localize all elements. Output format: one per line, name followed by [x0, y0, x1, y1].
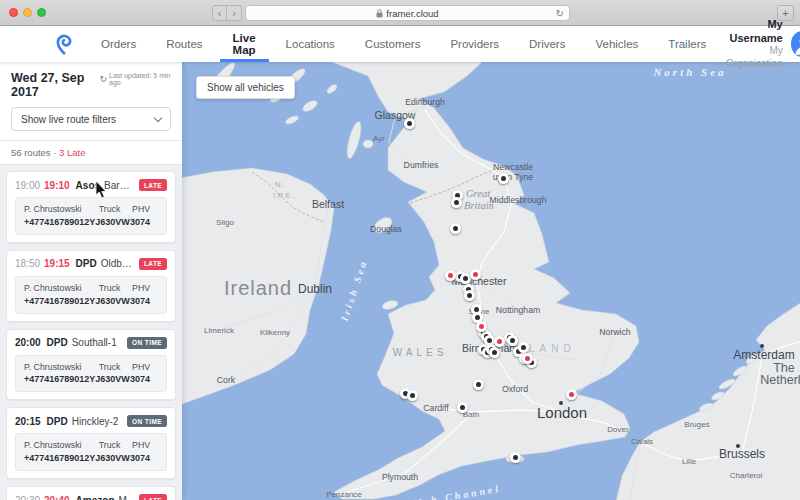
- map-label: Lille: [682, 457, 696, 466]
- vehicle-marker[interactable]: [510, 452, 521, 463]
- tab-vehicles[interactable]: Vehicles: [580, 26, 653, 62]
- vehicle-marker[interactable]: [407, 390, 418, 401]
- route-card-header: 19:00 19:10 Asos Barnsley-1 LATE: [15, 179, 167, 191]
- vehicle-marker-late[interactable]: [566, 389, 577, 400]
- map-label: London: [537, 404, 587, 421]
- vehicle-marker-late[interactable]: [494, 336, 505, 347]
- show-all-vehicles-button[interactable]: Show all vehicles: [196, 76, 295, 99]
- route-card[interactable]: 20:00 DPD Southall-1 ON TIME P. Chrustow…: [6, 329, 176, 401]
- app-logo-icon[interactable]: [54, 33, 76, 55]
- driver-phone: +477416789012: [24, 216, 89, 229]
- avatar[interactable]: [791, 31, 800, 57]
- map-label: Edinburgh: [405, 97, 445, 107]
- address-bar[interactable]: framer.cloud ↻: [245, 5, 570, 21]
- vehicle-marker[interactable]: [464, 290, 475, 301]
- tab-routes[interactable]: Routes: [151, 26, 217, 62]
- route-filters-dropdown[interactable]: Show live route filters: [11, 107, 171, 131]
- map-label: Bruges: [684, 420, 709, 429]
- user-menu[interactable]: My Username My Organisation: [721, 18, 800, 71]
- reload-icon[interactable]: ↻: [556, 8, 564, 19]
- app-navbar: OrdersRoutesLive MapLocationsCustomersPr…: [0, 26, 800, 62]
- route-card[interactable]: 20:30 20:40 Amazon Milton Keyn… LATE P. …: [6, 486, 176, 500]
- vehicle-marker[interactable]: [451, 197, 462, 208]
- vehicle-type-label: Truck: [89, 203, 130, 216]
- status-badge: ON TIME: [127, 415, 167, 427]
- close-window-button[interactable]: [9, 8, 18, 17]
- map-label: IRE.: [273, 191, 297, 200]
- minimize-window-button[interactable]: [23, 8, 32, 17]
- mouse-cursor: [95, 181, 107, 199]
- route-name: Oldbury-1: [101, 258, 135, 269]
- vehicle-marker[interactable]: [460, 273, 471, 284]
- tab-locations[interactable]: Locations: [271, 26, 350, 62]
- vehicle-marker[interactable]: [450, 223, 461, 234]
- map-label: Netherlands: [760, 373, 800, 387]
- driver-name: P. Chrustowski: [24, 203, 89, 216]
- route-card[interactable]: 18:50 19:15 DPD Oldbury-1 LATE P. Chrust…: [6, 250, 176, 322]
- tab-customers[interactable]: Customers: [350, 26, 436, 62]
- scheduled-time: 18:50: [15, 258, 40, 269]
- vehicle-marker[interactable]: [498, 173, 509, 184]
- tab-live-map[interactable]: Live Map: [218, 26, 271, 62]
- scheduled-time: 19:00: [15, 180, 40, 191]
- vehicle-marker[interactable]: [473, 379, 484, 390]
- map-label: Ireland: [224, 277, 292, 300]
- live-map[interactable]: Show all vehicles North SeaIrish SeaEngl…: [182, 62, 800, 500]
- map-label: Belfast: [312, 198, 344, 210]
- vehicle-marker[interactable]: [489, 347, 500, 358]
- tab-trailers[interactable]: Trailers: [653, 26, 721, 62]
- vehicle-marker-late[interactable]: [470, 269, 481, 280]
- driver-info-box: P. Chrustowski +477416789012 Truck YJ630…: [15, 433, 167, 471]
- tab-orders[interactable]: Orders: [86, 26, 151, 62]
- refresh-icon[interactable]: ↻: [99, 74, 107, 84]
- status-badge: LATE: [139, 258, 167, 270]
- route-card[interactable]: 20:15 DPD Hinckley-2 ON TIME P. Chrustow…: [6, 407, 176, 479]
- back-button[interactable]: ‹: [212, 5, 227, 21]
- map-label: Ayr: [373, 134, 385, 143]
- vehicle-marker-late[interactable]: [476, 321, 487, 332]
- forward-button[interactable]: ›: [227, 5, 242, 21]
- browser-chrome: ‹ › framer.cloud ↻ +: [0, 0, 800, 26]
- vehicle-marker-late[interactable]: [445, 270, 456, 281]
- trailer-label: PHV: [130, 282, 150, 295]
- vehicle-marker-late[interactable]: [522, 353, 533, 364]
- vehicle-type-label: Truck: [89, 282, 130, 295]
- vehicle-marker[interactable]: [457, 402, 468, 413]
- last-updated-text: Last updated: 5 min ago: [109, 72, 171, 86]
- route-card-header: 20:15 DPD Hinckley-2 ON TIME: [15, 415, 167, 427]
- route-name: Southall-1: [72, 337, 117, 348]
- trailer-id: 3074: [130, 295, 150, 308]
- vehicle-marker[interactable]: [404, 118, 415, 129]
- routes-sidebar: Wed 27, Sep 2017 ↻ Last updated: 5 min a…: [0, 62, 182, 500]
- customer-name: DPD: [47, 416, 68, 427]
- map-label: Cardiff: [423, 403, 448, 413]
- route-name: Barnsley-1: [104, 180, 135, 191]
- trailer-id: 3074: [130, 373, 150, 386]
- vehicle-registration: YJ630VW: [89, 295, 130, 308]
- estimated-time: 20:40: [44, 495, 70, 500]
- sidebar-header: Wed 27, Sep 2017 ↻ Last updated: 5 min a…: [0, 62, 182, 140]
- map-label: Oxford: [502, 384, 528, 394]
- scheduled-time: 20:30: [15, 495, 40, 500]
- late-count: 3 Late: [59, 147, 85, 158]
- zoom-window-button[interactable]: [37, 8, 46, 17]
- routes-count: 56 routes: [11, 147, 51, 158]
- trailer-label: PHV: [130, 361, 150, 374]
- window-controls: [9, 8, 46, 17]
- map-label: Plymouth: [382, 472, 418, 482]
- driver-name: P. Chrustowski: [24, 361, 89, 374]
- vehicle-registration: YJ630VW: [89, 452, 130, 465]
- city-dot: [760, 344, 764, 348]
- trailer-id: 3074: [130, 452, 150, 465]
- user-organisation: My Organisation: [721, 45, 783, 70]
- map-label: Douglas: [370, 224, 402, 234]
- tab-drivers[interactable]: Drivers: [514, 26, 580, 62]
- map-label: Brussels: [719, 447, 765, 461]
- map-label: Dumfries: [404, 160, 439, 170]
- route-card[interactable]: 19:00 19:10 Asos Barnsley-1 LATE P. Chru…: [6, 171, 176, 243]
- trailer-label: PHV: [130, 439, 150, 452]
- user-name: My Username: [721, 18, 783, 46]
- vehicle-marker[interactable]: [507, 335, 518, 346]
- tab-providers[interactable]: Providers: [435, 26, 514, 62]
- vehicle-marker[interactable]: [518, 342, 529, 353]
